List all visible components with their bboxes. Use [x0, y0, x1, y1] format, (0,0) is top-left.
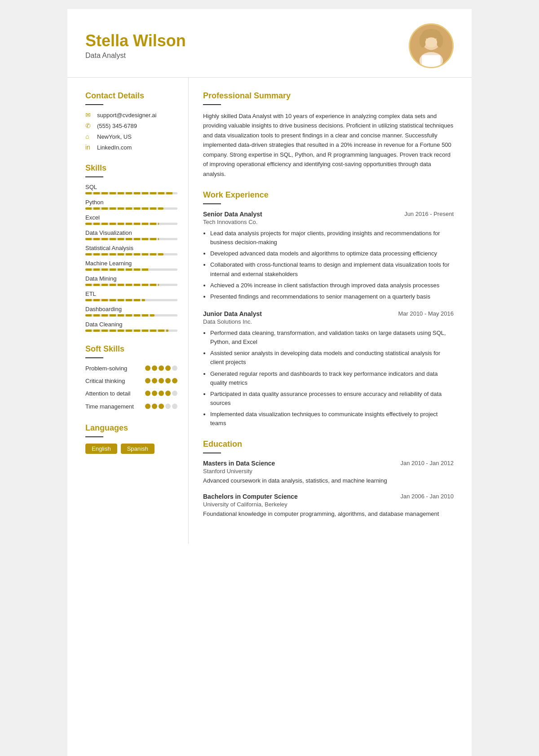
- contact-icon: ✉: [85, 111, 93, 119]
- dot: [145, 391, 150, 396]
- dot: [159, 365, 164, 371]
- contact-icon: ⌂: [85, 133, 93, 140]
- dots-container: [145, 365, 177, 371]
- skills-section: Skills SQL Python Excel Data Visualizati…: [85, 163, 177, 332]
- job-bullets: Performed data cleaning, transformation,…: [203, 329, 454, 428]
- job-block: Junior Data Analyst Mar 2010 - May 2016 …: [203, 310, 454, 428]
- dot: [165, 365, 171, 371]
- skill-item: Machine Learning: [85, 260, 177, 271]
- skill-item: Data Visualization: [85, 229, 177, 240]
- job-header: Junior Data Analyst Mar 2010 - May 2016: [203, 310, 454, 317]
- skill-bar-bg: [85, 223, 177, 225]
- dot: [152, 378, 157, 383]
- jobs-container: Senior Data Analyst Jun 2016 - Present T…: [203, 211, 454, 428]
- soft-skill-name: Problem-solving: [85, 365, 141, 373]
- dot: [159, 404, 164, 409]
- skill-name: Data Mining: [85, 275, 177, 282]
- svg-point-6: [425, 37, 437, 48]
- job-date: Jun 2016 - Present: [404, 211, 454, 217]
- skill-bar-fill: [85, 223, 159, 225]
- skill-bar-bg: [85, 268, 177, 271]
- language-tag: English: [85, 444, 117, 454]
- dot: [172, 378, 177, 383]
- skill-name: Python: [85, 199, 177, 206]
- dot: [152, 391, 157, 396]
- bullet-item: Performed data cleaning, transformation,…: [210, 329, 454, 347]
- languages-section: Languages EnglishSpanish: [85, 423, 177, 454]
- skill-bar-bg: [85, 192, 177, 194]
- bullet-item: Presented findings and recommendations t…: [210, 292, 454, 301]
- bullet-item: Achieved a 20% increase in client satisf…: [210, 281, 454, 290]
- dots-container: [145, 377, 177, 383]
- soft-skills-section: Soft Skills Problem-solvingCritical thin…: [85, 344, 177, 411]
- edu-description: Foundational knowledge in computer progr…: [203, 510, 454, 519]
- dot: [165, 404, 171, 409]
- bullet-item: Assisted senior analysts in developing d…: [210, 349, 454, 367]
- skills-section-title: Skills: [85, 163, 177, 173]
- bullet-item: Participated in data quality assurance p…: [210, 390, 454, 408]
- skills-items: SQL Python Excel Data Visualization Stat…: [85, 184, 177, 332]
- languages-title: Languages: [85, 423, 177, 433]
- dot: [145, 404, 150, 409]
- avatar-image: [410, 23, 452, 68]
- languages-divider: [85, 436, 103, 437]
- edu-header: Bachelors in Computer Science Jan 2006 -…: [203, 493, 454, 500]
- edu-block: Masters in Data Science Jan 2010 - Jan 2…: [203, 460, 454, 485]
- edu-description: Advanced coursework in data analysis, st…: [203, 476, 454, 485]
- dot: [159, 378, 164, 383]
- soft-skill-name: Time management: [85, 403, 141, 411]
- skills-divider: [85, 176, 103, 177]
- soft-skill-name: Critical thinking: [85, 377, 141, 385]
- skill-bar-fill: [85, 253, 163, 255]
- skill-name: Statistical Analysis: [85, 245, 177, 251]
- dot: [152, 365, 157, 371]
- work-section-title: Work Experience: [203, 190, 454, 200]
- skill-item: Excel: [85, 214, 177, 225]
- contact-section: Contact Details ✉support@cvdesigner.ai✆(…: [85, 91, 177, 151]
- svg-rect-7: [422, 55, 440, 67]
- skill-bar-bg: [85, 330, 177, 332]
- work-experience-section: Work Experience Senior Data Analyst Jun …: [203, 190, 454, 428]
- dot: [172, 404, 177, 409]
- bullet-item: Implemented data visualization technique…: [210, 410, 454, 428]
- education-container: Masters in Data Science Jan 2010 - Jan 2…: [203, 460, 454, 518]
- edu-degree: Masters in Data Science: [203, 460, 275, 467]
- soft-skill-item: Time management: [85, 403, 177, 411]
- dot: [172, 365, 177, 371]
- edu-school: University of California, Berkeley: [203, 501, 454, 508]
- skill-name: Data Cleaning: [85, 321, 177, 328]
- job-bullets: Lead data analysis projects for major cl…: [203, 229, 454, 301]
- soft-skills-title: Soft Skills: [85, 344, 177, 354]
- svg-point-5: [436, 34, 443, 48]
- job-date: Mar 2010 - May 2016: [398, 310, 454, 317]
- dot: [165, 391, 171, 396]
- bullet-item: Collaborated with cross-functional teams…: [210, 260, 454, 278]
- skill-bar-bg: [85, 207, 177, 210]
- left-column: Contact Details ✉support@cvdesigner.ai✆(…: [67, 78, 189, 544]
- candidate-photo: [409, 23, 454, 68]
- resume-container: Stella Wilson Data Analyst: [67, 9, 472, 756]
- contact-text: LinkedIn.com: [97, 144, 132, 151]
- edu-block: Bachelors in Computer Science Jan 2006 -…: [203, 493, 454, 519]
- language-tags: EnglishSpanish: [85, 444, 177, 454]
- contact-icon: ✆: [85, 122, 93, 129]
- skill-name: Data Visualization: [85, 229, 177, 236]
- dot: [172, 391, 177, 396]
- bullet-item: Developed advanced data models and algor…: [210, 249, 454, 258]
- edu-school: Stanford University: [203, 468, 454, 475]
- header-section: Stella Wilson Data Analyst: [67, 9, 472, 78]
- skill-item: SQL: [85, 184, 177, 194]
- dot: [159, 391, 164, 396]
- soft-skills-divider: [85, 357, 103, 358]
- skill-bar-fill: [85, 284, 159, 286]
- job-title: Senior Data Analyst: [203, 211, 262, 218]
- work-divider: [203, 203, 221, 204]
- dot: [145, 378, 150, 383]
- skill-name: Machine Learning: [85, 260, 177, 267]
- job-title: Junior Data Analyst: [203, 310, 262, 317]
- language-tag: Spanish: [121, 444, 155, 454]
- skill-name: ETL: [85, 290, 177, 297]
- svg-point-4: [420, 34, 426, 48]
- skill-item: Python: [85, 199, 177, 210]
- edu-date: Jan 2010 - Jan 2012: [400, 460, 454, 466]
